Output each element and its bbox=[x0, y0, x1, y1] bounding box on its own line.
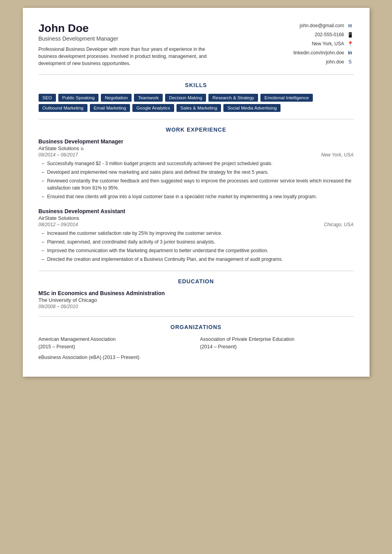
skill-tag: Outbound Marketing bbox=[39, 104, 87, 112]
skype-contact: john.doe S bbox=[267, 58, 354, 65]
phone-contact: 202-555-0166 📱 bbox=[267, 31, 354, 38]
job-entry: Business Development ManagerAirState Sol… bbox=[39, 138, 354, 200]
linkedin-text: linkedin.com/in/john.doe bbox=[294, 50, 344, 56]
skill-tag: Research & Strategy bbox=[208, 94, 258, 102]
organization-item: American Management Association (2015 – … bbox=[39, 336, 192, 351]
linkedin-icon: in bbox=[347, 49, 354, 56]
job-bullet-item: Improved the communication with the Mark… bbox=[42, 247, 354, 254]
skill-tag: Sales & Marketing bbox=[176, 104, 221, 112]
job-bullet-list: Increased the customer satisfaction rate… bbox=[39, 230, 354, 263]
job-bullet-item: Increased the customer satisfaction rate… bbox=[42, 230, 354, 237]
job-bullet-item: Successfully managed $2 - 3 million budg… bbox=[42, 160, 354, 167]
job-bullet-item: Directed the creation and implementation… bbox=[42, 256, 354, 263]
phone-icon: 📱 bbox=[347, 31, 354, 38]
email-text: john.doe@gmail.com bbox=[300, 23, 344, 28]
job-dates: 08/2012 – 09/2014 bbox=[39, 222, 78, 227]
job-company: AirState Solutions bbox=[39, 215, 354, 221]
candidate-title: Business Development Manager bbox=[39, 35, 267, 42]
skills-divider bbox=[39, 119, 354, 119]
skill-tag: Teamwork bbox=[134, 94, 162, 102]
location-contact: New York, USA 📍 bbox=[267, 40, 354, 47]
edu-divider bbox=[39, 316, 354, 317]
job-title: Business Development Assistant bbox=[39, 208, 125, 214]
contact-info: john.doe@gmail.com ✉ 202-555-0166 📱 New … bbox=[267, 22, 354, 67]
phone-text: 202-555-0166 bbox=[315, 32, 344, 37]
job-company: AirState Solutions⧉ bbox=[39, 145, 354, 151]
work-divider bbox=[39, 271, 354, 271]
education-section-title: EDUCATION bbox=[39, 278, 354, 284]
edu-school: The University of Chicago bbox=[39, 297, 354, 303]
edu-dates: 09/2008 – 06/2010 bbox=[39, 304, 354, 309]
location-icon: 📍 bbox=[347, 40, 354, 47]
skill-tag: Public Speaking bbox=[58, 94, 98, 102]
work-entries: Business Development ManagerAirState Sol… bbox=[39, 138, 354, 263]
candidate-name: John Doe bbox=[39, 22, 267, 35]
work-section-title: WORK EXPERIENCE bbox=[39, 126, 354, 133]
education-entries: MSc in Economics and Business Administra… bbox=[39, 290, 354, 309]
header-section: John Doe Business Development Manager Pr… bbox=[39, 22, 354, 67]
location-text: New York, USA bbox=[312, 41, 344, 46]
skill-tag: Negotiation bbox=[101, 94, 132, 102]
organization-item: Association of Private Enterprise Educat… bbox=[200, 336, 354, 351]
education-entry: MSc in Economics and Business Administra… bbox=[39, 290, 354, 309]
email-icon: ✉ bbox=[347, 22, 354, 29]
header-left: John Doe Business Development Manager Pr… bbox=[39, 22, 267, 67]
external-link-icon: ⧉ bbox=[81, 147, 84, 151]
skill-tag: Emotional Intelligence bbox=[260, 94, 313, 102]
orgs-section-title: ORGANIZATIONS bbox=[39, 324, 354, 330]
job-bullet-item: Developed and implemented new marketing … bbox=[42, 169, 354, 176]
email-contact: john.doe@gmail.com ✉ bbox=[267, 22, 354, 29]
job-bullet-item: Ensured that new clients will grow into … bbox=[42, 193, 354, 200]
candidate-summary: Professional Business Developer with mor… bbox=[39, 46, 220, 67]
skills-container: SEOPublic SpeakingNegotiationTeamworkDec… bbox=[39, 94, 354, 112]
resume-document: John Doe Business Development Manager Pr… bbox=[23, 8, 370, 377]
job-location: New York, USA bbox=[321, 152, 353, 158]
job-entry: Business Development AssistantAirState S… bbox=[39, 208, 354, 263]
skill-tag: Google Analytics bbox=[132, 104, 174, 112]
job-bullet-list: Successfully managed $2 - 3 million budg… bbox=[39, 160, 354, 200]
organization-single: eBusiness Association (eBA) (2013 – Pres… bbox=[39, 354, 354, 361]
skill-tag: SEO bbox=[39, 94, 56, 102]
header-divider bbox=[39, 74, 354, 75]
job-location: Chicago, USA bbox=[324, 222, 353, 227]
job-bullet-item: Reviewed constantly the customer feedbac… bbox=[42, 177, 354, 191]
organizations-grid: American Management Association (2015 – … bbox=[39, 336, 354, 351]
job-bullet-item: Planned, supervised, and coordinated dai… bbox=[42, 238, 354, 245]
skill-tag: Decision Making bbox=[165, 94, 206, 102]
linkedin-contact: linkedin.com/in/john.doe in bbox=[267, 49, 354, 56]
skype-text: john.doe bbox=[326, 59, 344, 65]
skills-section-title: SKILLS bbox=[39, 82, 354, 88]
skype-icon: S bbox=[347, 58, 354, 65]
edu-degree: MSc in Economics and Business Administra… bbox=[39, 290, 354, 296]
job-dates: 09/2014 – 06/2017 bbox=[39, 152, 78, 158]
job-title: Business Development Manager bbox=[39, 138, 124, 145]
skill-tag: Social Media Advertising bbox=[223, 104, 281, 112]
skill-tag: Email Marketing bbox=[90, 104, 130, 112]
